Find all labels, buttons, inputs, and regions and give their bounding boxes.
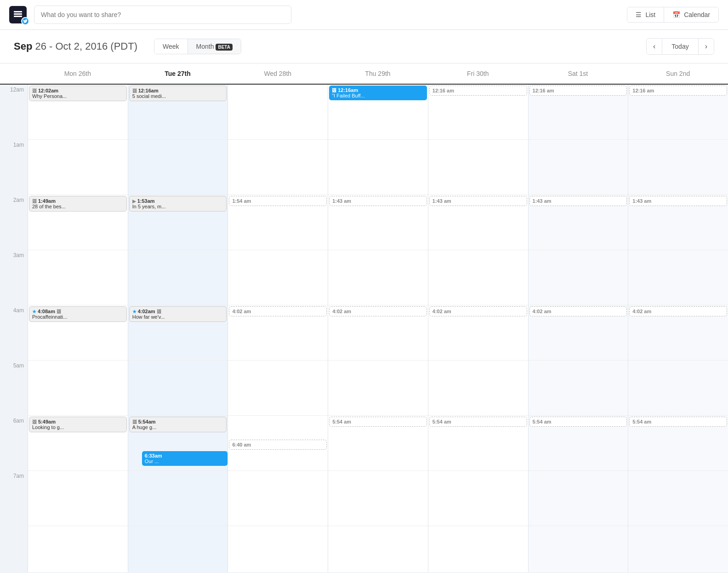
hour-2-fri: 1:43 am — [428, 195, 528, 250]
hour-7-sat — [529, 471, 628, 526]
hour-3-tue — [128, 250, 228, 305]
event-sun-402[interactable]: 4:02 am — [629, 306, 727, 316]
video-icon: ▶ — [132, 199, 136, 204]
hour-0-sun: 12:16 am — [628, 85, 728, 140]
hour-0-wed — [228, 85, 328, 140]
event-fri-143[interactable]: 1:43 am — [429, 196, 527, 206]
star-icon: ★ — [132, 309, 136, 314]
week-button[interactable]: Week — [154, 39, 188, 54]
hour-0-sat: 12:16 am — [529, 85, 628, 140]
hour-2-tue: ▶ 1:53am In 5 years, m... — [128, 195, 228, 250]
hour-3-wed — [228, 250, 328, 305]
event-sat-143[interactable]: 1:43 am — [529, 196, 627, 206]
event-tue-153[interactable]: ▶ 1:53am In 5 years, m... — [129, 196, 227, 212]
week-month-toggle: Week MonthBETA — [154, 39, 241, 54]
event-tue-402[interactable]: ★ 4:02am 🖼 How far we'v... — [129, 306, 227, 322]
event-mon-149[interactable]: 🖼 1:49am 28 of the bes... — [29, 196, 127, 212]
image-icon: 🖼 — [32, 419, 37, 424]
event-time: 12:16 am — [432, 88, 524, 93]
hour-5-tue — [128, 361, 228, 416]
event-time: 4:02 am — [232, 309, 324, 314]
event-time: 6:40 am — [232, 442, 324, 447]
hour-2-mon: 🖼 1:49am 28 of the bes... — [28, 195, 128, 250]
hour-2-sun: 1:43 am — [628, 195, 728, 250]
hour-0-thu: 🖼 12:16am "I Failed Buff... — [328, 85, 428, 140]
logo — [9, 6, 27, 23]
event-thu-143[interactable]: 1:43 am — [329, 196, 427, 206]
hour-4-mon: ★ 4:08am 🖼 Procaffeinnati... — [28, 305, 128, 361]
prev-button[interactable]: ‹ — [647, 39, 662, 54]
event-time: ★ 4:02am 🖼 — [132, 309, 224, 314]
day-header-tue: Tue 27th — [128, 63, 228, 84]
event-sat-1216[interactable]: 12:16 am — [529, 86, 627, 96]
calendar-icon: 📅 — [672, 11, 680, 18]
list-icon: ☰ — [636, 11, 642, 18]
event-time: 🖼 12:16am — [132, 88, 224, 93]
event-time: 1:54 am — [232, 198, 324, 204]
hour-7-wed — [228, 471, 328, 526]
event-fri-402[interactable]: 4:02 am — [429, 306, 527, 316]
event-tue-1216[interactable]: 🖼 12:16am 5 social medi... — [129, 86, 227, 101]
event-time: 🖼 12:16am — [332, 87, 424, 93]
month-button[interactable]: MonthBETA — [188, 39, 241, 54]
view-toggle: ☰ List 📅 Calendar — [627, 7, 719, 23]
hour-5-mon — [28, 361, 128, 416]
date-range: Sep 26 - Oct 2, 2016 (PDT) — [14, 40, 137, 52]
event-mon-1202[interactable]: 🖼 12:02am Why Persona... — [29, 86, 127, 101]
hour-6-mon: 🖼 5:49am Looking to g... — [28, 416, 128, 471]
sub-header: Sep 26 - Oct 2, 2016 (PDT) Week MonthBET… — [0, 30, 728, 63]
day-header-thu: Thu 29th — [328, 63, 428, 84]
hour-3-sat — [529, 250, 628, 305]
hour-4-fri: 4:02 am — [428, 305, 528, 361]
day-header-fri: Fri 30th — [428, 63, 528, 84]
calendar-label: Calendar — [684, 11, 710, 18]
hour-3-sun — [628, 250, 728, 305]
day-header-mon: Mon 26th — [28, 63, 128, 84]
hour-1-sun — [628, 140, 728, 195]
search-input[interactable] — [34, 6, 291, 24]
event-thu-402[interactable]: 4:02 am — [329, 306, 427, 316]
event-wed-640[interactable]: 6:40 am — [229, 440, 327, 450]
image-icon: 🖼 — [32, 88, 37, 93]
event-time: 🖼 12:02am — [32, 88, 124, 93]
event-sat-554[interactable]: 5:54 am — [529, 417, 627, 427]
event-title: How far we'v... — [132, 314, 224, 320]
event-time: 4:02 am — [632, 309, 724, 314]
svg-rect-0 — [14, 11, 22, 12]
hour-2-wed: 1:54 am — [228, 195, 328, 250]
event-sun-143[interactable]: 1:43 am — [629, 196, 727, 206]
hour-4-tue: ★ 4:02am 🖼 How far we'v... — [128, 305, 228, 361]
time-5am: 5am — [0, 361, 28, 416]
svg-rect-1 — [14, 13, 22, 15]
event-sat-402[interactable]: 4:02 am — [529, 306, 627, 316]
image-icon: 🖼 — [57, 309, 61, 314]
day-header-wed: Wed 28th — [228, 63, 328, 84]
event-wed-154[interactable]: 1:54 am — [229, 196, 327, 206]
twitter-badge — [21, 17, 29, 25]
time-labels: 12am 1am 2am 3am 4am 5am 6am 7am — [0, 85, 28, 572]
event-sun-1216[interactable]: 12:16 am — [629, 86, 727, 96]
event-sun-554[interactable]: 5:54 am — [629, 417, 727, 427]
event-mon-549[interactable]: 🖼 5:49am Looking to g... — [29, 417, 127, 432]
event-fri-554[interactable]: 5:54 am — [429, 417, 527, 427]
calendar-view-button[interactable]: 📅 Calendar — [664, 7, 718, 22]
today-button[interactable]: Today — [662, 39, 698, 54]
event-time: 🖼 5:54am — [132, 419, 224, 424]
calendar: Mon 26th Tue 27th Wed 28th Thu 29th Fri … — [0, 63, 728, 572]
next-button[interactable]: › — [698, 39, 714, 54]
event-tue-554[interactable]: 🖼 5:54am A huge g... — [129, 417, 227, 432]
hour-5-fri — [428, 361, 528, 416]
time-12am: 12am — [0, 85, 28, 140]
beta-badge: BETA — [216, 44, 232, 51]
time-6am: 6am — [0, 416, 28, 471]
list-view-button[interactable]: ☰ List — [627, 7, 664, 22]
event-thu-554[interactable]: 5:54 am — [329, 417, 427, 427]
event-tue-633[interactable]: 6:33am Our ... — [142, 451, 228, 466]
event-mon-408[interactable]: ★ 4:08am 🖼 Procaffeinnati... — [29, 306, 127, 322]
event-fri-1216[interactable]: 12:16 am — [429, 86, 527, 96]
hour-7-mon — [28, 471, 128, 526]
event-thu-1216[interactable]: 🖼 12:16am "I Failed Buff... — [329, 86, 427, 100]
event-wed-402[interactable]: 4:02 am — [229, 306, 327, 316]
image-icon: 🖼 — [132, 419, 137, 424]
time-1am: 1am — [0, 140, 28, 195]
